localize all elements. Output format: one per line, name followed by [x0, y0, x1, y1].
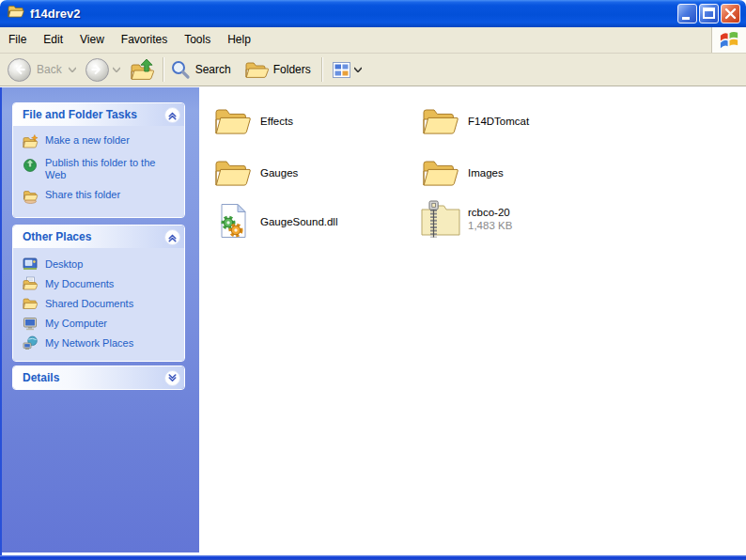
- file-tile-effects[interactable]: Effects: [210, 99, 293, 142]
- panel-title: Other Places: [23, 230, 164, 243]
- close-button[interactable]: [721, 4, 740, 23]
- folders-icon: [244, 59, 269, 80]
- collapse-chevron-up-icon[interactable]: [164, 107, 180, 123]
- up-folder-icon: [130, 57, 156, 82]
- place-my-network-places[interactable]: My Network Places: [23, 335, 180, 350]
- place-my-computer[interactable]: My Computer: [23, 316, 180, 331]
- file-list: Effects F14DTomcat Gau: [201, 87, 746, 555]
- menu-help[interactable]: Help: [219, 27, 259, 53]
- folder-icon: [210, 105, 256, 136]
- menubar: File Edit View Favorites Tools Help: [0, 27, 746, 54]
- file-tile-gauges[interactable]: Gauges: [210, 150, 298, 194]
- toolbar-separator: [321, 57, 322, 82]
- task-label[interactable]: Make a new folder: [45, 134, 130, 147]
- search-label: Search: [195, 63, 231, 76]
- content-area: File and Folder Tasks: [0, 87, 746, 555]
- desktop-icon: [23, 257, 39, 272]
- menu-view[interactable]: View: [71, 27, 113, 53]
- file-name: Images: [468, 167, 504, 179]
- panel-body: Make a new folder Publish this folder to…: [13, 126, 184, 217]
- views-dropdown-icon[interactable]: [354, 67, 362, 72]
- place-label[interactable]: Desktop: [45, 258, 83, 271]
- folder-icon: [210, 157, 256, 188]
- network-places-icon: [23, 335, 39, 350]
- windows-logo-icon: [719, 29, 740, 51]
- shared-documents-icon: [23, 296, 39, 311]
- menu-tools[interactable]: Tools: [176, 27, 219, 53]
- place-desktop[interactable]: Desktop: [23, 257, 180, 272]
- task-publish-folder[interactable]: Publish this folder to the Web: [23, 157, 180, 181]
- menu-edit[interactable]: Edit: [35, 27, 71, 53]
- share-folder-icon: [23, 189, 39, 204]
- up-button[interactable]: [130, 57, 156, 82]
- file-name: Gauges: [260, 167, 298, 179]
- explorer-window: f14drev2 File Edit View Favorites Tools …: [0, 0, 746, 560]
- place-label[interactable]: Shared Documents: [45, 298, 133, 310]
- menu-favorites[interactable]: Favorites: [113, 27, 176, 53]
- my-computer-icon: [23, 316, 39, 331]
- task-make-new-folder[interactable]: Make a new folder: [23, 134, 180, 149]
- file-tile-images[interactable]: Images: [418, 150, 504, 194]
- search-icon: [170, 59, 191, 80]
- forward-button[interactable]: [85, 58, 124, 82]
- file-tile-gaugesound-dll[interactable]: GaugeSound.dll: [210, 199, 337, 242]
- window-bottom-border: [0, 555, 746, 560]
- search-button[interactable]: Search: [170, 59, 235, 80]
- folders-label: Folders: [273, 63, 311, 76]
- file-name: rcbco-20: [468, 207, 512, 218]
- task-pane: File and Folder Tasks: [2, 87, 199, 552]
- toolbar-separator: [163, 57, 163, 82]
- windows-logo-box: [711, 27, 746, 53]
- file-tile-rcbco-20[interactable]: rcbco-20 1,483 KB: [418, 197, 512, 241]
- titlebar: f14drev2: [0, 0, 746, 27]
- place-my-documents[interactable]: My Documents: [23, 276, 180, 291]
- menu-file[interactable]: File: [0, 27, 35, 53]
- panel-details: Details: [12, 366, 185, 390]
- new-folder-icon: [23, 134, 39, 149]
- task-share-folder[interactable]: Share this folder: [23, 189, 180, 204]
- task-label[interactable]: Share this folder: [45, 189, 120, 201]
- panel-header[interactable]: File and Folder Tasks: [13, 103, 184, 126]
- publish-web-icon: [23, 157, 39, 172]
- place-label[interactable]: My Computer: [45, 318, 107, 330]
- file-size: 1,483 KB: [468, 220, 512, 231]
- task-label[interactable]: Publish this folder to the Web: [45, 157, 171, 181]
- place-shared-documents[interactable]: Shared Documents: [23, 296, 180, 311]
- my-documents-icon: [23, 276, 39, 291]
- collapse-chevron-up-icon[interactable]: [164, 229, 180, 245]
- panel-header[interactable]: Details: [13, 366, 184, 389]
- panel-header[interactable]: Other Places: [13, 226, 184, 248]
- minimize-button[interactable]: [677, 4, 697, 23]
- panel-title: Details: [23, 371, 164, 384]
- back-dropdown-icon[interactable]: [69, 67, 76, 72]
- folder-icon: [418, 105, 463, 136]
- file-name: Effects: [260, 116, 293, 127]
- file-name: GaugeSound.dll: [260, 216, 337, 227]
- panel-file-folder-tasks: File and Folder Tasks: [12, 102, 185, 218]
- maximize-button[interactable]: [699, 4, 719, 23]
- panel-body: Desktop My Documents: [13, 248, 184, 361]
- views-grid-icon: [333, 62, 350, 78]
- toolbar: Back Search: [0, 54, 746, 86]
- dll-icon: [210, 203, 256, 239]
- back-button[interactable]: Back: [8, 58, 80, 82]
- panel-other-places: Other Places: [12, 225, 185, 362]
- back-label: Back: [37, 63, 62, 76]
- place-label[interactable]: My Documents: [45, 278, 114, 290]
- views-button[interactable]: [329, 59, 369, 81]
- file-tile-f14dtomcat[interactable]: F14DTomcat: [418, 99, 529, 142]
- folders-button[interactable]: Folders: [244, 59, 315, 80]
- file-name: F14DTomcat: [468, 116, 529, 127]
- folder-icon: [418, 157, 463, 188]
- panel-title: File and Folder Tasks: [23, 108, 164, 121]
- zip-icon: [418, 199, 463, 239]
- window-title: f14drev2: [30, 7, 676, 21]
- place-label[interactable]: My Network Places: [45, 337, 133, 350]
- forward-dropdown-icon[interactable]: [113, 67, 120, 72]
- window-folder-icon: [8, 5, 24, 23]
- expand-chevron-down-icon[interactable]: [164, 370, 180, 386]
